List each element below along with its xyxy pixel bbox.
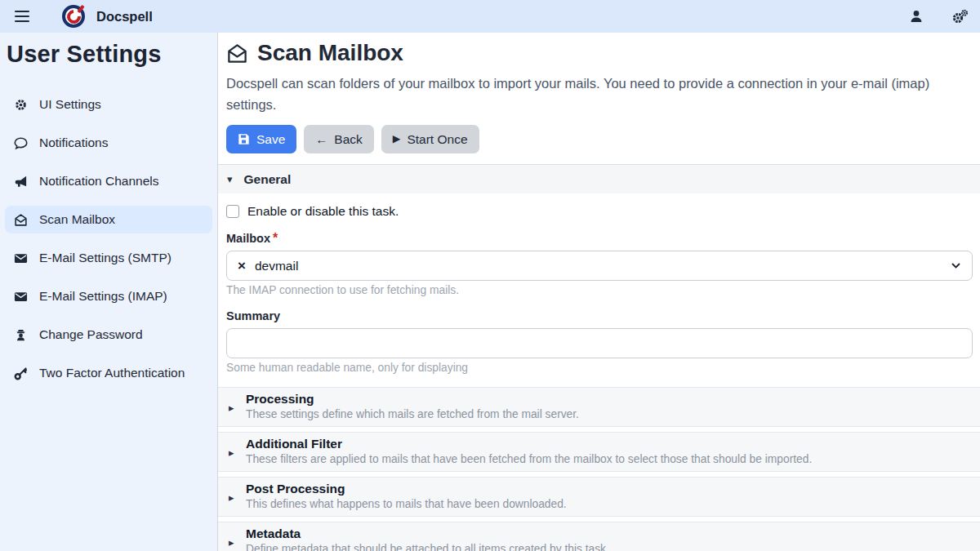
section-title: Additional Filter — [246, 437, 972, 451]
sidebar-item-label: UI Settings — [39, 97, 101, 112]
mailbox-label: Mailbox — [226, 232, 270, 245]
clear-selection-icon[interactable]: × — [238, 258, 246, 274]
sidebar-item-label: E-Mail Settings (IMAP) — [39, 289, 167, 304]
general-section-label: General — [244, 172, 292, 187]
envelope-open-icon — [13, 213, 29, 227]
caret-right-icon: ▸ — [229, 446, 234, 458]
user-account-icon[interactable] — [909, 9, 924, 24]
enable-task-row: Enable or disable this task. — [226, 204, 973, 219]
sidebar-item-label: Notification Channels — [39, 174, 158, 189]
sidebar-item-label: Change Password — [39, 327, 143, 342]
required-mark: * — [273, 231, 278, 245]
sidebar-item-label: Notifications — [39, 136, 108, 150]
post-processing-section-header[interactable]: ▸ Post Processing This defines what happ… — [218, 477, 980, 517]
envelope-icon — [13, 251, 29, 265]
user-settings-sidebar: User Settings UI Settings Notifications … — [0, 33, 218, 551]
save-icon — [238, 133, 250, 145]
section-description: Define metadata that should be attached … — [246, 543, 972, 551]
menu-icon[interactable] — [11, 6, 33, 27]
app-name[interactable]: Docspell — [96, 9, 153, 24]
chevron-down-icon — [951, 260, 961, 271]
back-button-label: Back — [334, 132, 362, 147]
user-secret-icon — [13, 328, 29, 342]
section-description: This defines what happens to mails that … — [246, 498, 972, 510]
scan-mailbox-panel: Scan Mailbox Docspell can scan folders o… — [218, 33, 980, 551]
top-bar: Docspell — [0, 0, 980, 33]
section-description: These settings define which mails are fe… — [246, 408, 972, 420]
general-section-header[interactable]: ▾ General — [218, 164, 980, 193]
mailbox-selected-value: devmail — [255, 259, 298, 273]
sidebar-item-scan-mailbox[interactable]: Scan Mailbox — [5, 206, 212, 233]
caret-right-icon: ▸ — [229, 491, 234, 503]
section-title: Post Processing — [246, 482, 972, 496]
mailbox-select[interactable]: × devmail — [226, 251, 973, 281]
section-title: Processing — [246, 392, 972, 407]
bullhorn-icon — [13, 175, 29, 189]
save-button-label: Save — [256, 132, 285, 147]
section-title: Metadata — [246, 527, 972, 541]
section-description: These filters are applied to mails that … — [246, 453, 972, 465]
page-title: Scan Mailbox — [257, 40, 403, 66]
summary-input[interactable] — [226, 328, 973, 358]
arrow-left-icon: ← — [315, 133, 327, 145]
enable-task-checkbox[interactable] — [226, 205, 239, 218]
start-once-button[interactable]: ▶ Start Once — [381, 125, 479, 153]
enable-task-label: Enable or disable this task. — [247, 204, 399, 219]
toolbar: Save ← Back ▶ Start Once — [226, 125, 973, 153]
back-button[interactable]: ← Back — [304, 125, 373, 153]
sidebar-item-notification-channels[interactable]: Notification Channels — [5, 167, 212, 195]
sidebar-item-label: E-Mail Settings (SMTP) — [39, 251, 172, 265]
settings-cogs-icon[interactable] — [951, 9, 969, 24]
envelope-open-icon — [226, 42, 248, 64]
summary-label: Summary — [226, 309, 280, 322]
sidebar-item-email-imap[interactable]: E-Mail Settings (IMAP) — [5, 282, 212, 310]
envelope-icon — [13, 290, 29, 304]
mailbox-helper-text: The IMAP connection to use for fetching … — [226, 284, 973, 296]
save-button[interactable]: Save — [226, 125, 296, 153]
page-title-row: Scan Mailbox — [226, 33, 973, 66]
sidebar-title: User Settings — [5, 38, 212, 69]
mailbox-field: Mailbox* × devmail The IMAP connection t… — [226, 231, 973, 296]
sidebar-item-label: Two Factor Authentication — [39, 366, 185, 380]
sidebar-item-two-factor[interactable]: Two Factor Authentication — [5, 359, 212, 387]
sidebar-item-email-smtp[interactable]: E-Mail Settings (SMTP) — [5, 244, 212, 272]
metadata-section-header[interactable]: ▸ Metadata Define metadata that should b… — [218, 522, 980, 551]
sidebar-item-ui-settings[interactable]: UI Settings — [5, 91, 212, 118]
start-once-button-label: Start Once — [407, 132, 467, 147]
processing-section-header[interactable]: ▸ Processing These settings define which… — [218, 387, 980, 427]
gear-icon — [13, 98, 29, 112]
sidebar-item-change-password[interactable]: Change Password — [5, 321, 212, 349]
additional-filter-section-header[interactable]: ▸ Additional Filter These filters are ap… — [218, 432, 980, 472]
page-description: Docspell can scan folders of your mailbo… — [226, 73, 973, 115]
key-icon — [13, 367, 29, 380]
caret-down-icon: ▾ — [227, 173, 233, 185]
collapsed-sections: ▸ Processing These settings define which… — [218, 387, 980, 551]
sidebar-item-label: Scan Mailbox — [39, 212, 115, 227]
comment-icon — [13, 136, 29, 150]
sidebar-nav: UI Settings Notifications Notification C… — [5, 91, 212, 387]
caret-right-icon: ▸ — [229, 535, 234, 548]
summary-field: Summary Some human readable name, only f… — [226, 309, 973, 374]
summary-helper-text: Some human readable name, only for displ… — [226, 362, 973, 374]
play-icon: ▶ — [393, 134, 401, 144]
caret-right-icon: ▸ — [229, 401, 234, 413]
docspell-logo-icon[interactable] — [62, 5, 85, 28]
sidebar-item-notifications[interactable]: Notifications — [5, 129, 212, 157]
